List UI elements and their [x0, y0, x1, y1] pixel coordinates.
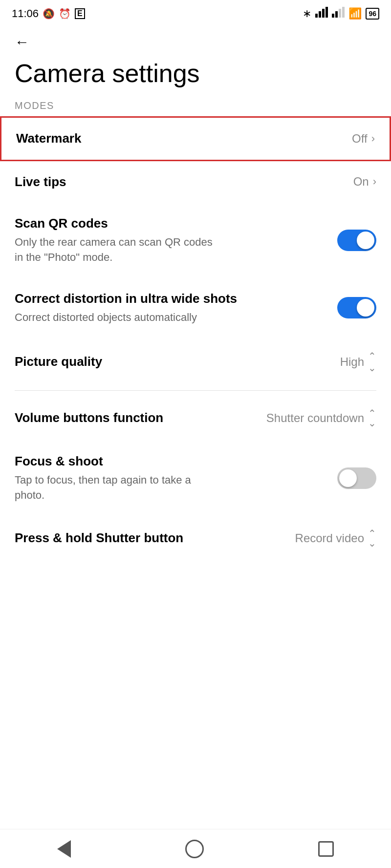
nav-back-icon: [57, 840, 71, 858]
updown-icon-shutter: ⌃⌄: [368, 529, 376, 548]
nav-back-button[interactable]: [43, 835, 86, 863]
toggle-distortion-knob: [357, 299, 374, 317]
signal-icon-2: [332, 7, 345, 20]
toggle-scan-qr[interactable]: [337, 230, 376, 251]
setting-focus-shoot-title: Focus & shoot: [15, 453, 329, 470]
setting-volume-buttons-value: Shutter countdown: [266, 411, 364, 425]
status-time: 11:06: [12, 7, 39, 20]
toggle-distortion[interactable]: [337, 297, 376, 318]
setting-scan-qr-title: Scan QR codes: [15, 215, 329, 232]
setting-picture-quality-title: Picture quality: [15, 354, 332, 370]
setting-scan-qr-left: Scan QR codes Only the rear camera can s…: [15, 215, 329, 265]
bluetooth-icon: ∗: [303, 7, 311, 20]
setting-watermark-title: Watermark: [16, 130, 344, 147]
setting-focus-shoot-left: Focus & shoot Tap to focus, then tap aga…: [15, 453, 329, 503]
svg-rect-6: [339, 9, 341, 18]
setting-volume-buttons-right: Shutter countdown ⌃⌄: [266, 408, 376, 428]
setting-live-tips-title: Live tips: [15, 174, 346, 191]
setting-picture-quality-left: Picture quality: [15, 354, 332, 370]
wifi-icon: 📶: [348, 7, 362, 20]
chevron-right-icon: ›: [371, 132, 375, 145]
setting-live-tips-value: On: [353, 175, 369, 189]
setting-hold-shutter-title: Press & hold Shutter button: [15, 530, 287, 547]
updown-icon-volume: ⌃⌄: [368, 408, 376, 428]
setting-distortion-subtitle: Correct distorted objects automatically: [15, 310, 220, 325]
svg-rect-2: [322, 9, 325, 18]
signal-icon-1: [315, 7, 328, 20]
status-right-icons: ∗ 📶 96: [303, 7, 379, 20]
setting-scan-qr-toggle[interactable]: [337, 230, 376, 251]
back-bar[interactable]: ←: [0, 25, 391, 54]
svg-rect-7: [342, 7, 345, 18]
svg-rect-3: [326, 7, 328, 18]
setting-picture-quality-value: High: [340, 355, 364, 369]
back-button[interactable]: ←: [15, 34, 29, 50]
nav-recents-icon: [318, 841, 334, 857]
setting-volume-buttons-title: Volume buttons function: [15, 410, 259, 426]
toggle-scan-qr-knob: [357, 232, 374, 249]
setting-focus-shoot[interactable]: Focus & shoot Tap to focus, then tap aga…: [0, 441, 391, 515]
setting-watermark-left: Watermark: [16, 130, 344, 147]
task-icon: E: [75, 8, 85, 19]
setting-live-tips[interactable]: Live tips On ›: [0, 161, 391, 203]
setting-hold-shutter-left: Press & hold Shutter button: [15, 530, 287, 547]
toggle-focus-shoot-knob: [339, 469, 357, 487]
section-modes-label: MODES: [0, 100, 391, 116]
updown-icon-quality: ⌃⌄: [368, 350, 376, 374]
status-time-area: 11:06 🔕 ⏰ E: [12, 7, 85, 20]
setting-live-tips-right: On ›: [353, 175, 376, 189]
nav-recents-button[interactable]: [304, 836, 348, 862]
setting-focus-shoot-toggle[interactable]: [337, 467, 376, 489]
alarm-icon: ⏰: [59, 8, 71, 20]
setting-hold-shutter-value: Record video: [295, 531, 364, 545]
setting-distortion-title: Correct distortion in ultra wide shots: [15, 291, 329, 307]
battery-icon: 96: [366, 8, 379, 20]
svg-rect-0: [315, 14, 318, 18]
nav-home-icon: [185, 840, 204, 858]
setting-hold-shutter-right: Record video ⌃⌄: [295, 529, 376, 548]
setting-watermark-right: Off ›: [352, 132, 375, 146]
setting-distortion[interactable]: Correct distortion in ultra wide shots C…: [0, 278, 391, 338]
setting-watermark-value: Off: [352, 132, 368, 146]
setting-scan-qr-subtitle: Only the rear camera can scan QR codes i…: [15, 235, 220, 265]
nav-home-button[interactable]: [171, 835, 218, 863]
svg-rect-1: [319, 11, 321, 18]
setting-volume-buttons-left: Volume buttons function: [15, 410, 259, 426]
setting-picture-quality-right: High ⌃⌄: [340, 350, 376, 374]
setting-live-tips-left: Live tips: [15, 174, 346, 191]
setting-hold-shutter[interactable]: Press & hold Shutter button Record video…: [0, 516, 391, 561]
section-divider: [15, 390, 376, 391]
setting-scan-qr[interactable]: Scan QR codes Only the rear camera can s…: [0, 203, 391, 277]
setting-distortion-left: Correct distortion in ultra wide shots C…: [15, 291, 329, 325]
setting-picture-quality[interactable]: Picture quality High ⌃⌄: [0, 338, 391, 386]
mute-icon: 🔕: [43, 8, 55, 20]
svg-rect-5: [335, 11, 338, 18]
toggle-focus-shoot[interactable]: [337, 467, 376, 489]
navigation-bar: [0, 829, 391, 868]
setting-distortion-toggle[interactable]: [337, 297, 376, 318]
setting-focus-shoot-subtitle: Tap to focus, then tap again to take a p…: [15, 473, 220, 503]
setting-watermark[interactable]: Watermark Off ›: [0, 116, 391, 161]
setting-volume-buttons[interactable]: Volume buttons function Shutter countdow…: [0, 396, 391, 441]
svg-rect-4: [332, 14, 334, 18]
chevron-right-icon-2: ›: [373, 175, 376, 188]
status-bar: 11:06 🔕 ⏰ E ∗ 📶 96: [0, 0, 391, 25]
page-title: Camera settings: [0, 54, 391, 100]
